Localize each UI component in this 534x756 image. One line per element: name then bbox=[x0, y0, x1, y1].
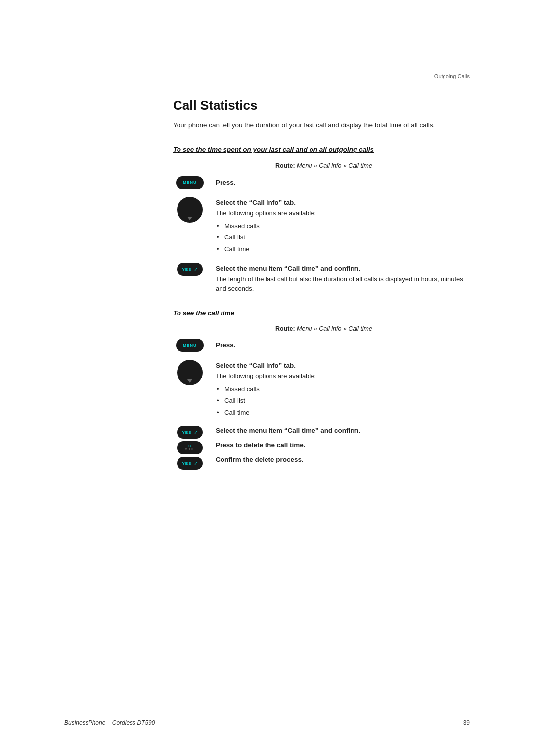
section2-step4-bold: Press to delete the call time. bbox=[216, 441, 475, 449]
list-item: Call time bbox=[217, 407, 475, 418]
section1-step1-text: Press. bbox=[216, 176, 475, 186]
list-item: Call list bbox=[217, 232, 475, 243]
section2: To see the call time Route: Menu » Call … bbox=[173, 308, 475, 470]
menu-button-label: MENU bbox=[183, 180, 197, 185]
section1-route: Route: Menu » Call info » Call time bbox=[173, 162, 475, 169]
section2-checkmark-icon1: ✓ bbox=[194, 430, 198, 435]
section1: To see the time spent on your last call … bbox=[173, 145, 475, 293]
menu-button-col: MENU bbox=[173, 176, 207, 189]
section2-stacked-buttons: YES ✓ C MUTE YES ✓ bbox=[173, 426, 207, 470]
list-item: Call time bbox=[217, 243, 475, 255]
section2-step1-text: Press. bbox=[216, 339, 475, 349]
section1-heading: To see the time spent on your last call … bbox=[173, 145, 475, 155]
section2-route-label: Route: bbox=[275, 325, 295, 332]
section2-press-label: Press. bbox=[216, 341, 236, 349]
section2-stacked-instructions: Select the menu item “Call time” and con… bbox=[216, 426, 475, 465]
section2-step2: Select the “Call info” tab. The followin… bbox=[173, 360, 475, 418]
section1-step1: MENU Press. bbox=[173, 176, 475, 189]
section2-checkmark-icon2: ✓ bbox=[194, 461, 198, 466]
checkmark-icon: ✓ bbox=[194, 267, 198, 272]
page-footer: BusinessPhone – Cordless DT590 39 bbox=[0, 719, 534, 726]
section2-nav-button-col bbox=[173, 360, 207, 385]
section1-step2-normal: The following options are available: bbox=[216, 209, 316, 217]
section1-step2-bold: Select the “Call info” tab. bbox=[216, 199, 475, 206]
section2-yes-label1: YES bbox=[182, 430, 191, 435]
section1-step3-text: Select the menu item “Call time” and con… bbox=[216, 263, 475, 293]
section2-step3to5: YES ✓ C MUTE YES ✓ Select the menu item … bbox=[173, 426, 475, 470]
nav-button[interactable] bbox=[177, 197, 203, 223]
section1-press-label: Press. bbox=[216, 179, 236, 186]
section1-step3: YES ✓ Select the menu item “Call time” a… bbox=[173, 263, 475, 293]
yes-button-label: YES bbox=[182, 267, 191, 272]
list-item: Call list bbox=[217, 395, 475, 406]
section1-step3-bold: Select the menu item “Call time” and con… bbox=[216, 265, 475, 272]
section1-step2-text: Select the “Call info” tab. The followin… bbox=[216, 197, 475, 255]
section2-step3-bold: Select the menu item “Call time” and con… bbox=[216, 427, 475, 434]
yes-button[interactable]: YES ✓ bbox=[177, 263, 203, 276]
section2-heading: To see the call time bbox=[173, 308, 475, 318]
section2-route: Route: Menu » Call info » Call time bbox=[173, 325, 475, 332]
section2-menu-button-label: MENU bbox=[183, 343, 197, 348]
section2-yes-button2[interactable]: YES ✓ bbox=[177, 457, 203, 470]
section2-menu-button[interactable]: MENU bbox=[176, 339, 204, 352]
section2-step2-text: Select the “Call info” tab. The followin… bbox=[216, 360, 475, 418]
section2-step2-bold: Select the “Call info” tab. bbox=[216, 362, 475, 369]
section2-menu-button-col: MENU bbox=[173, 339, 207, 352]
cmute-bottom-label: MUTE bbox=[185, 448, 195, 451]
section2-step5-bold: Confirm the delete process. bbox=[216, 456, 475, 463]
list-item: Missed calls bbox=[217, 383, 475, 395]
main-content: Call Statistics Your phone can tell you … bbox=[173, 98, 475, 484]
section2-yes-label2: YES bbox=[182, 461, 191, 466]
section1-step2: Select the “Call info” tab. The followin… bbox=[173, 197, 475, 255]
menu-button[interactable]: MENU bbox=[176, 176, 204, 189]
section1-step3-normal: The length of the last call but also the… bbox=[216, 275, 463, 292]
yes-button-col: YES ✓ bbox=[173, 263, 207, 276]
route-label: Route: bbox=[275, 162, 295, 169]
intro-text: Your phone can tell you the duration of … bbox=[173, 120, 475, 130]
section2-step1: MENU Press. bbox=[173, 339, 475, 352]
section2-nav-button[interactable] bbox=[177, 360, 203, 385]
cmute-button[interactable]: C MUTE bbox=[177, 441, 203, 454]
section2-bullet-list: Missed calls Call list Call time bbox=[217, 383, 475, 418]
page-section-label: Outgoing Calls bbox=[434, 73, 470, 79]
section2-step2-normal: The following options are available: bbox=[216, 372, 316, 379]
nav-button-col bbox=[173, 197, 207, 223]
list-item: Missed calls bbox=[217, 220, 475, 232]
section2-yes-button1[interactable]: YES ✓ bbox=[177, 426, 203, 439]
page-title: Call Statistics bbox=[173, 98, 475, 113]
arrow-down-icon bbox=[187, 217, 192, 220]
footer-left-text: BusinessPhone – Cordless DT590 bbox=[64, 719, 155, 726]
section2-arrow-down-icon bbox=[187, 379, 192, 383]
section1-bullet-list: Missed calls Call list Call time bbox=[217, 220, 475, 255]
footer-page-number: 39 bbox=[463, 719, 470, 726]
